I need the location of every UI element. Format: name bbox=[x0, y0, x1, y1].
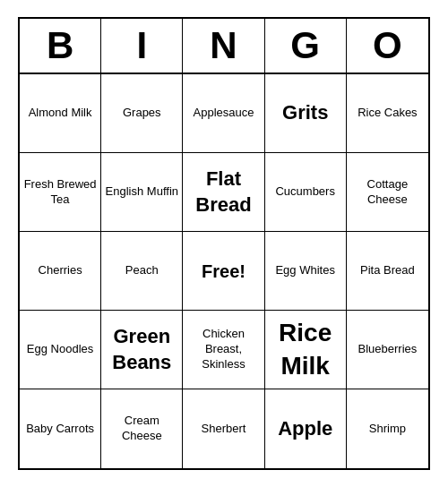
bingo-cell-9: Cottage Cheese bbox=[347, 153, 428, 232]
bingo-cell-12: Free! bbox=[183, 232, 264, 311]
bingo-grid: Almond MilkGrapesApplesauceGritsRice Cak… bbox=[20, 74, 428, 468]
bingo-cell-7: Flat Bread bbox=[183, 153, 264, 232]
bingo-cell-19: Blueberries bbox=[347, 311, 428, 389]
bingo-cell-4: Rice Cakes bbox=[347, 74, 428, 153]
header-letter-n: N bbox=[183, 19, 264, 73]
bingo-cell-14: Pita Bread bbox=[347, 232, 428, 311]
bingo-cell-18: Rice Milk bbox=[265, 311, 347, 389]
bingo-cell-13: Egg Whites bbox=[265, 232, 347, 311]
bingo-cell-16: Green Beans bbox=[101, 311, 183, 389]
bingo-cell-0: Almond Milk bbox=[20, 74, 101, 153]
bingo-cell-10: Cherries bbox=[20, 232, 101, 311]
bingo-header: BINGO bbox=[20, 19, 428, 74]
bingo-cell-21: Cream Cheese bbox=[101, 389, 183, 468]
bingo-cell-17: Chicken Breast, Skinless bbox=[183, 311, 264, 389]
bingo-cell-3: Grits bbox=[265, 74, 347, 153]
bingo-cell-11: Peach bbox=[101, 232, 183, 311]
bingo-cell-24: Shrimp bbox=[347, 389, 428, 468]
header-letter-b: B bbox=[20, 19, 101, 73]
header-letter-i: I bbox=[101, 19, 183, 73]
header-letter-o: O bbox=[347, 19, 428, 73]
bingo-cell-20: Baby Carrots bbox=[20, 389, 101, 468]
bingo-cell-1: Grapes bbox=[101, 74, 183, 153]
bingo-card: BINGO Almond MilkGrapesApplesauceGritsRi… bbox=[18, 17, 430, 470]
bingo-cell-5: Fresh Brewed Tea bbox=[20, 153, 101, 232]
bingo-cell-2: Applesauce bbox=[183, 74, 264, 153]
bingo-cell-23: Apple bbox=[265, 389, 347, 468]
header-letter-g: G bbox=[265, 19, 347, 73]
bingo-cell-15: Egg Noodles bbox=[20, 311, 101, 389]
bingo-cell-8: Cucumbers bbox=[265, 153, 347, 232]
bingo-cell-6: English Muffin bbox=[101, 153, 183, 232]
bingo-cell-22: Sherbert bbox=[183, 389, 264, 468]
